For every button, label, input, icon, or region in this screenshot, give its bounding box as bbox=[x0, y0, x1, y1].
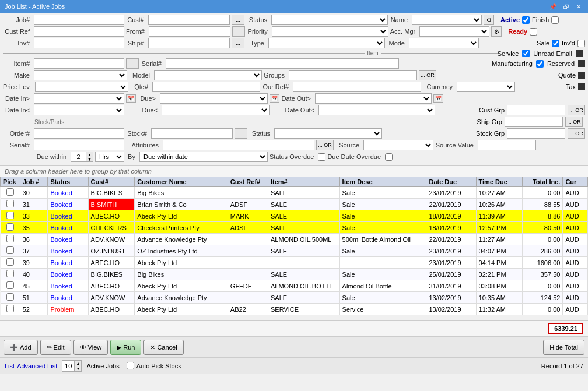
col-itemdesc[interactable]: Item Desc bbox=[340, 177, 426, 187]
currency-select[interactable] bbox=[457, 82, 515, 92]
groups-dots-button[interactable]: ... OR bbox=[419, 70, 436, 80]
inv-input[interactable] bbox=[34, 38, 124, 48]
pricelev-select[interactable] bbox=[35, 82, 128, 92]
cust-dots-button[interactable]: ... bbox=[232, 15, 244, 25]
pick-checkbox[interactable] bbox=[6, 258, 14, 266]
close-button[interactable]: ✕ bbox=[574, 3, 583, 10]
ready-checkbox[interactable] bbox=[530, 28, 537, 36]
from-dots-button[interactable]: ... bbox=[232, 26, 245, 37]
pick-checkbox[interactable] bbox=[6, 212, 14, 219]
duewithin-dn[interactable]: ▼ bbox=[86, 157, 93, 161]
type-select[interactable] bbox=[268, 38, 385, 48]
manufacturing-checkbox[interactable] bbox=[536, 60, 544, 68]
ship-dots-button[interactable]: ... bbox=[232, 38, 244, 48]
sale-checkbox[interactable] bbox=[552, 40, 559, 47]
pick-checkbox[interactable] bbox=[6, 305, 14, 312]
col-job[interactable]: Job # bbox=[20, 177, 48, 187]
pick-checkbox[interactable] bbox=[6, 293, 14, 301]
cust-input[interactable] bbox=[148, 15, 230, 25]
serial-input[interactable] bbox=[166, 58, 399, 69]
accmgr-select[interactable] bbox=[419, 26, 489, 37]
shipgrp-dots[interactable]: ... OR bbox=[565, 117, 583, 127]
datein-gt-cal[interactable]: 📅 bbox=[126, 94, 136, 103]
statusoverdue-checkbox[interactable] bbox=[318, 153, 326, 161]
name-select[interactable] bbox=[412, 15, 482, 25]
pick-checkbox[interactable] bbox=[6, 270, 14, 277]
item-dots-button[interactable]: ... bbox=[126, 58, 139, 69]
datein-gt-select[interactable] bbox=[34, 93, 124, 104]
duewithindate-select[interactable]: Due within date bbox=[139, 152, 268, 162]
stockstatus-select[interactable] bbox=[274, 128, 382, 139]
col-item[interactable]: Item# bbox=[268, 177, 340, 187]
col-total[interactable]: Total Inc. bbox=[523, 177, 563, 187]
view-button[interactable]: 👁 View bbox=[74, 340, 108, 355]
job-input[interactable] bbox=[34, 15, 124, 25]
edit-button[interactable]: ✏ Edit bbox=[40, 340, 71, 355]
col-status[interactable]: Status bbox=[48, 177, 88, 187]
ship-input[interactable] bbox=[148, 38, 230, 48]
dateout-gt-select[interactable] bbox=[315, 93, 432, 104]
pick-checkbox[interactable] bbox=[6, 188, 14, 196]
duedateoverdue-checkbox[interactable] bbox=[385, 153, 393, 161]
spinner-dn[interactable]: ▼ bbox=[75, 366, 81, 371]
active-checkbox[interactable] bbox=[522, 16, 530, 24]
status-select[interactable] bbox=[271, 15, 388, 25]
auto-pick-checkbox[interactable] bbox=[127, 362, 134, 369]
spinner-up[interactable]: ▲ bbox=[75, 361, 81, 366]
col-cust[interactable]: Cust# bbox=[88, 177, 135, 187]
model-select[interactable] bbox=[154, 70, 262, 80]
hide-total-button[interactable]: Hide Total bbox=[543, 340, 584, 355]
restore-button[interactable]: 🗗 bbox=[561, 3, 572, 10]
groups-input[interactable] bbox=[289, 70, 417, 80]
col-timedue[interactable]: Time Due bbox=[476, 177, 523, 187]
shipgrp-input[interactable] bbox=[505, 117, 563, 127]
stockgrp-dots[interactable]: ... OR bbox=[568, 128, 585, 139]
attributes-input[interactable] bbox=[163, 140, 314, 150]
col-pick[interactable]: Pick bbox=[1, 177, 20, 187]
duewithin-input[interactable] bbox=[71, 152, 86, 161]
datein-lt-select[interactable] bbox=[34, 105, 124, 115]
col-custname[interactable]: Customer Name bbox=[135, 177, 228, 187]
run-button[interactable]: ▶ Run bbox=[110, 340, 141, 355]
mode-select[interactable] bbox=[409, 38, 479, 48]
order-input[interactable] bbox=[34, 128, 124, 139]
pick-checkbox[interactable] bbox=[6, 246, 14, 254]
stockgrp-input[interactable] bbox=[507, 128, 565, 139]
service-checkbox[interactable] bbox=[522, 50, 530, 57]
stocknum-input[interactable] bbox=[151, 128, 233, 139]
due-gt-cal[interactable]: 📅 bbox=[270, 94, 279, 103]
make-select[interactable] bbox=[34, 70, 127, 80]
col-cur[interactable]: Cur bbox=[563, 177, 588, 187]
pin-button[interactable]: 📌 bbox=[547, 3, 559, 10]
custgrp-input[interactable] bbox=[507, 105, 565, 115]
accmgr-gear-button[interactable]: ⚙ bbox=[491, 26, 502, 37]
sourcevalue-input[interactable] bbox=[478, 140, 536, 150]
attributes-dots[interactable]: ... OR bbox=[316, 140, 334, 150]
col-datedue[interactable]: Date Due bbox=[426, 177, 476, 187]
name-gear-button[interactable]: ⚙ bbox=[484, 15, 494, 25]
hrs-select[interactable]: Hrs bbox=[95, 152, 124, 162]
pick-checkbox[interactable] bbox=[6, 235, 14, 242]
priority-select[interactable] bbox=[272, 26, 388, 37]
add-button[interactable]: ➕ Add bbox=[4, 340, 38, 355]
pick-checkbox[interactable] bbox=[6, 200, 14, 207]
qte-input[interactable] bbox=[152, 82, 260, 92]
due-gt-select[interactable] bbox=[160, 93, 268, 104]
from-input[interactable] bbox=[149, 26, 230, 37]
advanced-list-link[interactable]: Advanced List bbox=[17, 362, 57, 369]
custref-input[interactable] bbox=[34, 26, 124, 37]
item-input[interactable] bbox=[34, 58, 124, 69]
stocknum-dots[interactable]: ... bbox=[235, 128, 247, 139]
pick-checkbox[interactable] bbox=[6, 281, 14, 289]
finish-checkbox[interactable] bbox=[551, 16, 559, 24]
custgrp-dots[interactable]: ... OR bbox=[568, 105, 585, 115]
col-custref[interactable]: Cust Ref# bbox=[228, 177, 268, 187]
list-link[interactable]: List bbox=[5, 362, 15, 369]
dateout-lt-select[interactable] bbox=[318, 105, 435, 115]
ourref-input[interactable] bbox=[293, 82, 421, 92]
duewithin-up[interactable]: ▲ bbox=[86, 152, 93, 157]
cancel-button[interactable]: ✕ Cancel bbox=[144, 340, 183, 355]
source-select[interactable] bbox=[363, 140, 433, 150]
pick-checkbox[interactable] bbox=[6, 223, 14, 231]
due-lt-select[interactable] bbox=[162, 105, 270, 115]
